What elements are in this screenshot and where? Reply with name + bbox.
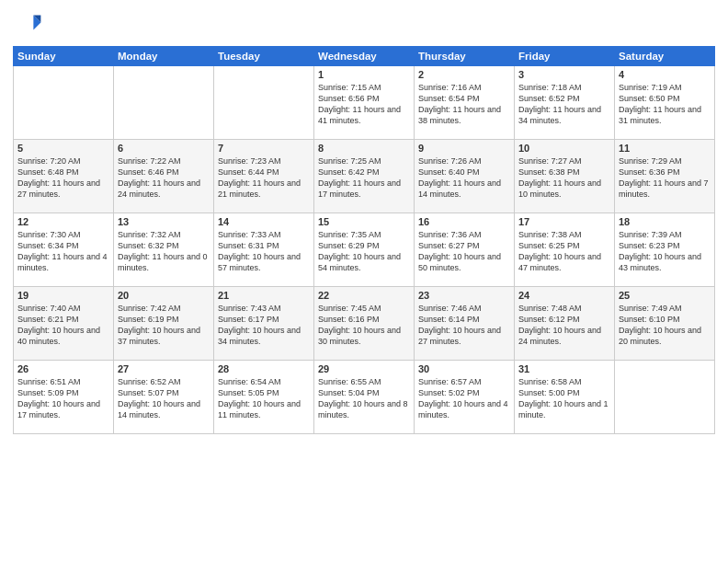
day-info: Sunrise: 7:25 AM Sunset: 6:42 PM Dayligh… [318,155,410,201]
day-number: 28 [218,363,310,374]
day-number: 15 [318,216,410,227]
table-cell: 28Sunrise: 6:54 AM Sunset: 5:05 PM Dayli… [214,361,314,434]
calendar-week-row: 26Sunrise: 6:51 AM Sunset: 5:09 PM Dayli… [14,361,715,434]
day-number: 14 [218,216,310,227]
day-info: Sunrise: 7:30 AM Sunset: 6:34 PM Dayligh… [17,229,109,274]
table-cell: 18Sunrise: 7:39 AM Sunset: 6:23 PM Dayli… [615,213,715,287]
calendar-week-row: 1Sunrise: 7:15 AM Sunset: 6:56 PM Daylig… [14,66,715,140]
col-header-monday: Monday [114,47,214,66]
day-number: 4 [619,69,711,80]
table-cell: 4Sunrise: 7:19 AM Sunset: 6:50 PM Daylig… [615,66,715,140]
day-number: 7 [218,143,310,154]
day-info: Sunrise: 6:52 AM Sunset: 5:07 PM Dayligh… [118,376,210,421]
table-cell: 19Sunrise: 7:40 AM Sunset: 6:21 PM Dayli… [14,287,114,361]
day-info: Sunrise: 7:32 AM Sunset: 6:32 PM Dayligh… [118,229,210,274]
day-number: 24 [518,290,610,301]
day-number: 2 [418,69,510,80]
table-cell [114,66,214,140]
day-info: Sunrise: 7:45 AM Sunset: 6:16 PM Dayligh… [318,303,410,348]
day-info: Sunrise: 7:33 AM Sunset: 6:31 PM Dayligh… [218,229,310,274]
page: Sunday Monday Tuesday Wednesday Thursday… [0,0,728,563]
col-header-tuesday: Tuesday [214,47,314,66]
table-cell: 3Sunrise: 7:18 AM Sunset: 6:52 PM Daylig… [515,66,615,140]
header [13,9,715,39]
day-number: 17 [518,216,610,227]
day-info: Sunrise: 7:48 AM Sunset: 6:12 PM Dayligh… [518,303,610,348]
table-cell: 17Sunrise: 7:38 AM Sunset: 6:25 PM Dayli… [515,213,615,287]
table-cell: 8Sunrise: 7:25 AM Sunset: 6:42 PM Daylig… [314,140,415,213]
day-info: Sunrise: 7:49 AM Sunset: 6:10 PM Dayligh… [619,303,711,348]
table-cell [214,66,314,140]
table-cell: 29Sunrise: 6:55 AM Sunset: 5:04 PM Dayli… [314,361,415,434]
col-header-sunday: Sunday [14,47,114,66]
table-cell: 24Sunrise: 7:48 AM Sunset: 6:12 PM Dayli… [515,287,615,361]
table-cell: 1Sunrise: 7:15 AM Sunset: 6:56 PM Daylig… [314,66,415,140]
day-info: Sunrise: 7:26 AM Sunset: 6:40 PM Dayligh… [418,155,510,201]
day-info: Sunrise: 7:29 AM Sunset: 6:36 PM Dayligh… [619,155,711,201]
table-cell: 14Sunrise: 7:33 AM Sunset: 6:31 PM Dayli… [214,213,314,287]
table-cell: 20Sunrise: 7:42 AM Sunset: 6:19 PM Dayli… [114,287,214,361]
day-number: 23 [418,290,510,301]
day-info: Sunrise: 7:36 AM Sunset: 6:27 PM Dayligh… [418,229,510,274]
day-info: Sunrise: 6:57 AM Sunset: 5:02 PM Dayligh… [418,376,510,421]
table-cell: 2Sunrise: 7:16 AM Sunset: 6:54 PM Daylig… [415,66,515,140]
calendar-header-row: Sunday Monday Tuesday Wednesday Thursday… [14,47,715,66]
day-number: 21 [218,290,310,301]
day-number: 18 [619,216,711,227]
day-number: 8 [318,143,410,154]
day-info: Sunrise: 7:43 AM Sunset: 6:17 PM Dayligh… [218,303,310,348]
table-cell: 15Sunrise: 7:35 AM Sunset: 6:29 PM Dayli… [314,213,415,287]
table-cell: 11Sunrise: 7:29 AM Sunset: 6:36 PM Dayli… [615,140,715,213]
table-cell: 12Sunrise: 7:30 AM Sunset: 6:34 PM Dayli… [14,213,114,287]
day-number: 9 [418,143,510,154]
table-cell: 16Sunrise: 7:36 AM Sunset: 6:27 PM Dayli… [415,213,515,287]
day-number: 10 [518,143,610,154]
table-cell: 26Sunrise: 6:51 AM Sunset: 5:09 PM Dayli… [14,361,114,434]
day-info: Sunrise: 6:58 AM Sunset: 5:00 PM Dayligh… [518,376,610,421]
day-info: Sunrise: 7:16 AM Sunset: 6:54 PM Dayligh… [418,82,510,127]
day-number: 27 [118,363,210,374]
day-info: Sunrise: 7:40 AM Sunset: 6:21 PM Dayligh… [17,303,109,348]
logo-icon [13,9,42,39]
table-cell: 31Sunrise: 6:58 AM Sunset: 5:00 PM Dayli… [515,361,615,434]
day-info: Sunrise: 7:18 AM Sunset: 6:52 PM Dayligh… [518,82,610,127]
day-info: Sunrise: 6:54 AM Sunset: 5:05 PM Dayligh… [218,376,310,421]
day-info: Sunrise: 6:51 AM Sunset: 5:09 PM Dayligh… [17,376,109,421]
table-cell: 21Sunrise: 7:43 AM Sunset: 6:17 PM Dayli… [214,287,314,361]
day-info: Sunrise: 7:27 AM Sunset: 6:38 PM Dayligh… [518,155,610,201]
table-cell [14,66,114,140]
day-info: Sunrise: 7:35 AM Sunset: 6:29 PM Dayligh… [318,229,410,274]
calendar-week-row: 5Sunrise: 7:20 AM Sunset: 6:48 PM Daylig… [14,140,715,213]
table-cell: 6Sunrise: 7:22 AM Sunset: 6:46 PM Daylig… [114,140,214,213]
day-info: Sunrise: 7:15 AM Sunset: 6:56 PM Dayligh… [318,82,410,127]
col-header-wednesday: Wednesday [314,47,415,66]
day-number: 30 [418,363,510,374]
day-number: 3 [518,69,610,80]
table-cell: 23Sunrise: 7:46 AM Sunset: 6:14 PM Dayli… [415,287,515,361]
day-info: Sunrise: 7:38 AM Sunset: 6:25 PM Dayligh… [518,229,610,274]
table-cell: 10Sunrise: 7:27 AM Sunset: 6:38 PM Dayli… [515,140,615,213]
table-cell: 27Sunrise: 6:52 AM Sunset: 5:07 PM Dayli… [114,361,214,434]
day-info: Sunrise: 7:42 AM Sunset: 6:19 PM Dayligh… [118,303,210,348]
day-info: Sunrise: 7:19 AM Sunset: 6:50 PM Dayligh… [619,82,711,127]
table-cell: 9Sunrise: 7:26 AM Sunset: 6:40 PM Daylig… [415,140,515,213]
day-info: Sunrise: 6:55 AM Sunset: 5:04 PM Dayligh… [318,376,410,421]
day-number: 16 [418,216,510,227]
day-number: 13 [118,216,210,227]
table-cell: 25Sunrise: 7:49 AM Sunset: 6:10 PM Dayli… [615,287,715,361]
day-number: 31 [518,363,610,374]
day-number: 22 [318,290,410,301]
table-cell: 22Sunrise: 7:45 AM Sunset: 6:16 PM Dayli… [314,287,415,361]
day-number: 19 [17,290,109,301]
day-number: 11 [619,143,711,154]
day-number: 12 [17,216,109,227]
day-number: 26 [17,363,109,374]
day-number: 29 [318,363,410,374]
day-info: Sunrise: 7:22 AM Sunset: 6:46 PM Dayligh… [118,155,210,201]
col-header-friday: Friday [515,47,615,66]
day-number: 6 [118,143,210,154]
day-number: 20 [118,290,210,301]
calendar-week-row: 12Sunrise: 7:30 AM Sunset: 6:34 PM Dayli… [14,213,715,287]
col-header-thursday: Thursday [415,47,515,66]
logo [13,9,46,39]
